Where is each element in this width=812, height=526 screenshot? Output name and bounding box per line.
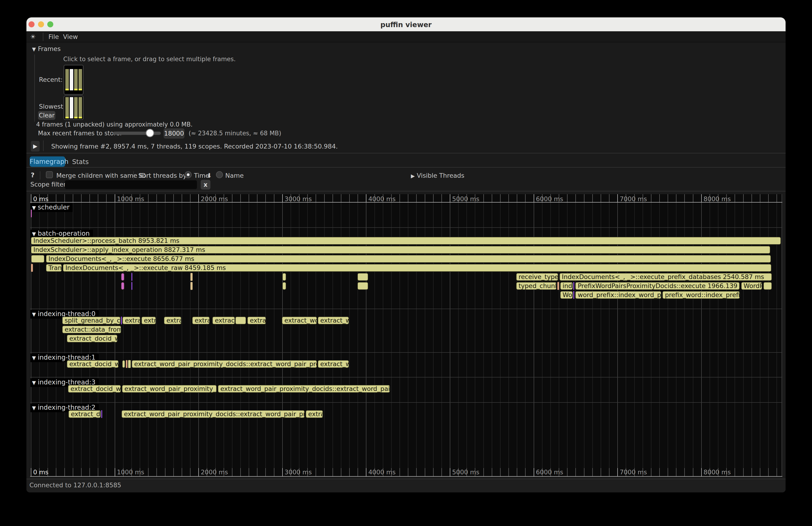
scope-bar[interactable]: IndexScheduler>::apply_index_operation 8… (31, 246, 770, 254)
scope-bar[interactable] (557, 282, 559, 290)
scope-bar[interactable] (190, 282, 192, 290)
scope-bar[interactable]: extract_d (164, 317, 182, 324)
recent-frames-thumbnail[interactable] (64, 65, 84, 94)
scope-bar[interactable]: extract_word_d (318, 360, 349, 368)
scope-bar[interactable]: extract_f (247, 317, 266, 324)
theme-toggle-icon[interactable]: ☀ (30, 33, 36, 40)
scope-bar[interactable]: Transform::new (46, 264, 62, 272)
scope-bar[interactable]: index_word (560, 282, 573, 290)
sort-time-radio[interactable] (185, 171, 192, 178)
scope-bar[interactable]: split_grenad_by_chunks (62, 317, 120, 324)
scope-bar[interactable]: extract (141, 317, 156, 324)
scope-bar[interactable] (357, 282, 368, 290)
scope-bar[interactable] (128, 360, 131, 368)
scope-bar[interactable]: extract_w (306, 410, 323, 418)
axis-tick (182, 468, 182, 476)
clear-filter-button[interactable]: x (201, 180, 211, 190)
frame-bar[interactable] (66, 69, 69, 90)
axis-tick (441, 468, 442, 476)
merge-children-checkbox[interactable] (46, 171, 53, 178)
frame-bar[interactable] (78, 69, 82, 90)
scope-bar[interactable] (131, 282, 132, 290)
frame-bar[interactable] (66, 97, 69, 118)
frame-bar[interactable] (78, 97, 82, 118)
scope-bar[interactable]: extract_word_pair_proximity_docids::extr… (132, 360, 317, 368)
scope-bar[interactable]: extract_word_pair_proximity_docids (122, 385, 217, 393)
scope-bar[interactable]: extract_word_pair_proximity_docids::extr… (218, 385, 390, 393)
slider-knob[interactable] (146, 129, 154, 137)
scope-bar[interactable]: word_prefix::index_word_prefix_docids (575, 291, 662, 299)
axis-tick (265, 194, 266, 202)
scope-bar[interactable] (190, 273, 192, 281)
scope-bar[interactable]: extract_wo (212, 317, 235, 324)
scope-bar[interactable]: extract_docid_word_positions (67, 335, 117, 342)
collapse-closed-icon: ▶ (411, 173, 415, 179)
axis-tick (89, 194, 90, 202)
sort-name-radio[interactable] (216, 171, 223, 178)
clear-button[interactable]: Clear (38, 111, 55, 120)
scope-bar[interactable]: IndexDocuments<_, _>::execute_raw 8459.1… (63, 264, 771, 272)
scope-bar[interactable] (101, 410, 102, 418)
axis-tick (651, 468, 651, 476)
section-separator (30, 402, 782, 403)
scope-bar[interactable] (122, 360, 125, 368)
frame-bar[interactable] (74, 97, 78, 118)
scope-bar[interactable] (357, 273, 368, 281)
scope-bar[interactable] (282, 273, 286, 281)
help-button[interactable]: ? (31, 172, 34, 179)
axis-tick (249, 468, 249, 476)
scope-bar[interactable]: PrefixWordPairsProximityDocids::execute … (575, 282, 740, 290)
max-frames-value[interactable]: 18000 (164, 128, 185, 138)
scope-bar[interactable]: extract_word_pair_proximity_docids::extr… (121, 410, 305, 418)
scope-bar[interactable]: extract_w (192, 317, 210, 324)
tab-flamegraph[interactable]: Flamegraph (30, 157, 65, 167)
thread-label[interactable]: ▼scheduler (31, 203, 73, 212)
slowest-frames-thumbnail[interactable] (64, 96, 84, 120)
tab-stats[interactable]: Stats (70, 158, 91, 166)
menu-file[interactable]: File (48, 33, 59, 40)
axis-tick (617, 194, 618, 202)
scope-bar[interactable]: prefix_word::index_prefix_word_docids (662, 291, 740, 299)
flamegraph-canvas[interactable]: 0 ms0 ms1000 ms1000 ms2000 ms2000 ms3000… (30, 194, 782, 477)
selected-frame-bar[interactable] (70, 97, 73, 118)
scope-bar[interactable]: WordPrefix (560, 291, 573, 299)
menu-view[interactable]: View (63, 33, 78, 40)
play-button[interactable]: ▶ (31, 141, 40, 151)
scope-bar[interactable] (235, 317, 246, 324)
axis-tick (282, 194, 283, 202)
scope-bar[interactable] (282, 282, 286, 290)
scope-bar[interactable]: extract_fid (122, 317, 141, 324)
scope-bar[interactable]: extract_docid_word_positions (68, 385, 121, 393)
section-separator (30, 377, 782, 378)
axis-tick (500, 194, 501, 202)
scope-bar[interactable] (121, 317, 122, 324)
frames-section-header[interactable]: ▼ Frames (32, 45, 61, 53)
scope-bar[interactable] (126, 360, 128, 368)
scope-bar[interactable]: typed_chunk::write (516, 282, 556, 290)
scope-bar[interactable] (573, 291, 574, 299)
scope-bar[interactable] (121, 273, 125, 281)
visible-threads-header[interactable]: ▶ Visible Threads (411, 172, 464, 179)
axis-tick (106, 194, 106, 202)
scope-bar[interactable] (131, 273, 132, 281)
scope-bar[interactable]: extract_docid_word_positions (67, 360, 119, 368)
scope-bar[interactable]: IndexDocuments<_, _>::execute 8656.677 m… (46, 255, 771, 263)
scope-bar[interactable]: WordPrefix (741, 282, 763, 290)
scope-bar[interactable] (121, 282, 125, 290)
scope-bar[interactable]: IndexScheduler>::process_batch 8953.821 … (31, 237, 781, 245)
scope-bar[interactable]: extract::data_from_obkv_documents (62, 325, 121, 334)
scope-bar[interactable]: receive_typed_chunk (516, 273, 558, 281)
scope-bar[interactable]: extract_word_d (318, 317, 349, 324)
selected-frame-bar[interactable] (70, 69, 73, 90)
axis-tick-label: 0 ms (33, 469, 48, 476)
scope-bar[interactable]: extract_word_pa (282, 317, 317, 324)
scope-bar[interactable] (763, 282, 772, 290)
frame-bar[interactable] (74, 69, 78, 90)
scope-bar[interactable]: extract_docid_w (68, 410, 101, 418)
scope-bar[interactable] (31, 264, 33, 272)
scope-bar[interactable] (31, 255, 44, 263)
scope-bar[interactable] (573, 282, 574, 290)
scope-bar[interactable]: IndexDocuments<_, _>::execute_prefix_dat… (560, 273, 772, 281)
scope-bar[interactable] (31, 209, 32, 217)
scope-filter-input[interactable] (65, 180, 197, 189)
